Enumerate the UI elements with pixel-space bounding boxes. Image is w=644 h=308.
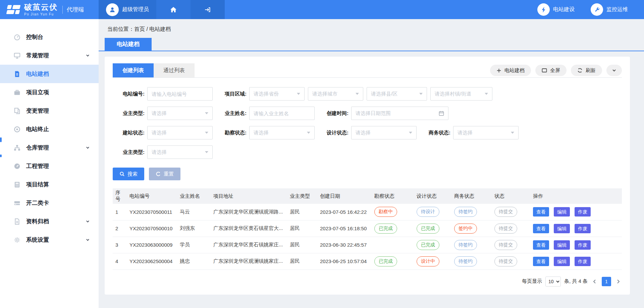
edit-button[interactable]: 编辑 [554,207,570,217]
sidebar-item-project-settlement[interactable]: 项目结算 [0,175,99,194]
user-menu[interactable]: 超级管理员 [99,0,156,19]
tab-passed-list[interactable]: 通过列表 [154,63,195,77]
home-button[interactable] [156,0,191,19]
filter-label: 业主类型: [113,110,145,117]
city-select[interactable]: 请选择城市 [308,87,363,101]
status-badge: 待签约 [454,256,477,266]
edit-button[interactable]: 编辑 [554,240,570,250]
fullscreen-button[interactable]: 全屏 [535,65,567,76]
design-status-select[interactable]: 请选择 [351,126,417,139]
total-label: 条, 共 4 条 [564,278,588,285]
owner-type-select[interactable]: 请选择 [147,107,213,120]
view-button[interactable]: 查看 [533,240,549,250]
wrench-icon [591,3,603,16]
filter-region: 项目区域: 请选择省份 请选择城市 请选择县/区 请选择村镇/街道 [215,87,492,101]
date-range-picker[interactable]: 请选择日期范围 [351,107,448,120]
survey-status-select[interactable]: 请选择 [249,126,315,139]
plus-icon [496,68,501,73]
home-icon [170,6,177,13]
business-status-select[interactable]: 请选择 [453,126,519,139]
sidebar-item-station-terminate[interactable]: 电站终止 [0,120,99,138]
sidebar-item-change-mgmt[interactable]: 变更管理 [0,102,99,120]
refresh-button[interactable]: 刷新 [571,65,602,76]
sidebar-item-warehouse-mgmt[interactable]: 仓库管理 [0,138,99,157]
view-button[interactable]: 查看 [533,207,549,217]
calculator-icon [13,181,21,188]
table-row: 2 YX2023070500010 刘强东 广东深圳龙华区黄石镇星官大... 居… [113,220,622,237]
sidebar-scrollbar-thumb[interactable] [0,155,2,157]
edit-button[interactable]: 编辑 [554,224,570,233]
status-badge: 已完成 [374,256,397,266]
tab-create-list[interactable]: 创建列表 [113,63,154,77]
per-page-select[interactable]: 10 [545,276,561,287]
status-badge: 已完成 [417,224,439,234]
sidebar-item-project-initiation[interactable]: 项目立项 [0,83,99,102]
filter-label: 项目区域: [215,91,247,97]
calendar-icon [439,111,444,116]
chevron-down-icon [612,68,616,73]
sidebar-item-data-archive[interactable]: 资料归档 [0,212,99,231]
brand-logo-icon [7,4,21,15]
town-select[interactable]: 请选择村镇/街道 [430,87,492,101]
create-station-button[interactable]: 电站建档 [490,65,531,76]
filter-label: 电站编号: [113,91,145,97]
table-row: 1 YX2023070500011 马云 广东深圳龙华区观澜镇观湖路... 居民… [113,204,622,220]
status-badge: 待签约 [454,240,477,250]
filter-owner-type: 业主类型: 请选择 [113,107,215,120]
caret-down-icon [205,151,208,153]
sidebar-item-engineering-mgmt[interactable]: 工程管理 [0,157,99,175]
search-button[interactable]: 搜索 [113,168,144,180]
page-tab-station-archive[interactable]: 电站建档 [105,38,152,51]
sidebar-item-station-archive[interactable]: 电站建档 [0,65,99,83]
next-page-button[interactable] [614,279,622,284]
build-status-select[interactable]: 请选择 [147,126,213,139]
edit-button[interactable]: 编辑 [554,257,570,266]
monitor-icon [13,52,21,59]
filter-row-1: 电站编号: 项目区域: 请选择省份 请选择城市 请选择县/区 请选择村镇 [113,87,622,101]
logout-button[interactable] [191,0,225,19]
sidebar-item-console[interactable]: 控制台 [0,28,99,46]
filter-panel: 电站编号: 项目区域: 请选择省份 请选择城市 请选择县/区 请选择村镇 [113,78,622,180]
navbar-spacer [225,0,537,19]
filter-label: 勘察状态: [215,130,247,136]
prev-page-button[interactable] [591,279,598,284]
status-badge: 勘察中 [374,207,397,217]
caret-down-icon [419,93,423,95]
station-code-input[interactable] [147,87,213,101]
sidebar-scrollbar-thumb[interactable] [0,137,2,142]
view-button[interactable]: 查看 [533,224,549,233]
owner-name-input[interactable] [249,107,315,120]
void-button[interactable]: 作废 [575,240,591,250]
brand-title: 破茧云伏 [24,3,58,11]
card-icon [13,199,21,207]
document-icon [13,70,21,78]
per-page-label: 每页显示 [522,278,542,285]
collapse-toolbar-button[interactable] [606,65,622,76]
user-avatar [106,3,119,16]
sidebar-item-system-settings[interactable]: 系统设置 [0,231,99,249]
user-name: 超级管理员 [122,6,149,13]
filter-label: 设计状态: [317,130,348,136]
caret-down-icon [409,132,412,134]
void-button[interactable]: 作废 [575,224,591,233]
void-button[interactable]: 作废 [575,207,591,217]
sidebar-item-general-mgmt[interactable]: 常规管理 [0,46,99,65]
main-content: 当前位置：首页 / 电站建档 电站建档 创建列表 通过列表 电站建档 全屏 [99,19,644,308]
void-button[interactable]: 作废 [575,257,591,266]
view-button[interactable]: 查看 [533,257,549,266]
nav-station-build[interactable]: 电站建设 [537,0,575,19]
filter-row-3: 建站状态: 请选择 勘察状态: 请选择 设计状态: 请选择 [113,126,622,139]
nav-monitor-ops[interactable]: 监控运维 [591,0,628,19]
content-card: 创建列表 通过列表 电站建档 全屏 [105,57,630,295]
reset-button[interactable]: 重置 [149,168,180,180]
sidebar-item-open-type2-card[interactable]: 开二类卡 [0,194,99,212]
district-select[interactable]: 请选择县/区 [367,87,427,101]
owner-type-select-2[interactable]: 请选择 [147,145,213,159]
filter-actions: 搜索 重置 [113,168,622,180]
filter-business-status: 商务状态: 请选择 [419,126,521,139]
page-number-1[interactable]: 1 [602,277,611,286]
sitemap-icon [13,144,21,151]
filter-label: 创建时间: [317,110,348,117]
status-badge: 待设计 [417,207,439,217]
province-select[interactable]: 请选择省份 [249,87,305,101]
